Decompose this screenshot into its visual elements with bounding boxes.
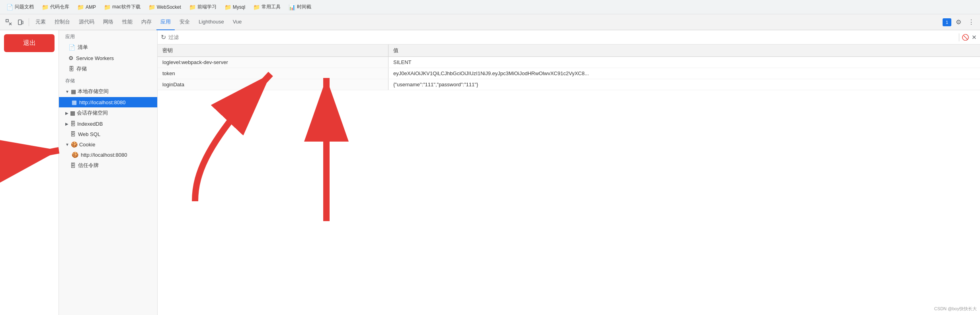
- filter-block-btn[interactable]: 🚫: [962, 34, 969, 41]
- bookmark-tools[interactable]: 📁 常用工具: [250, 2, 284, 12]
- sidebar-item-manifest[interactable]: 📄 清单: [59, 42, 157, 53]
- svg-rect-0: [6, 19, 8, 22]
- triangle-icon-local: ▼: [65, 89, 69, 94]
- devtools-toolbar: 元素 控制台 源代码 网络 性能 内存 应用 安全 Lighthouse Vue: [0, 14, 980, 30]
- folder-icon-2: 📁: [77, 4, 84, 10]
- bookmarks-bar: 📄 问题文档 📁 代码仓库 📁 AMP 📁 mac软件下载 📁 WebSocke…: [0, 0, 980, 14]
- tab-sources[interactable]: 源代码: [75, 14, 98, 30]
- doc-icon: 📄: [6, 4, 13, 10]
- filter-input[interactable]: [168, 34, 957, 40]
- devtools-panel: 元素 控制台 源代码 网络 性能 内存 应用 安全 Lighthouse Vue: [0, 14, 980, 315]
- folder-icon-5: 📁: [189, 4, 196, 10]
- sidebar-item-localhost-8080-local[interactable]: ▦ http://localhost:8080: [59, 97, 157, 107]
- folder-icon-3: 📁: [104, 4, 111, 10]
- triangle-icon-session: ▶: [65, 111, 68, 115]
- exit-panel: 退出: [0, 30, 59, 315]
- sidebar-item-trust-token[interactable]: 🗄 信任令牌: [59, 160, 157, 171]
- svg-rect-2: [22, 21, 23, 24]
- table-header: 密钥 值: [158, 45, 980, 57]
- refresh-button[interactable]: ↻: [161, 33, 166, 41]
- column-header-value: 值: [388, 45, 980, 56]
- sidebar-group-localstorage[interactable]: ▼ ▦ 本地存储空间: [59, 86, 157, 97]
- tab-network[interactable]: 网络: [99, 14, 117, 30]
- filter-bar: ↻ 🚫 ✕: [158, 30, 980, 45]
- bookmark-mac[interactable]: 📁 mac软件下载: [101, 2, 144, 12]
- inspect-element-btn[interactable]: [3, 17, 14, 28]
- bookmark-mysql[interactable]: 📁 Mysql: [221, 3, 248, 12]
- folder-icon-4: 📁: [148, 4, 155, 10]
- filter-separator: [959, 33, 959, 41]
- manifest-icon: 📄: [68, 44, 75, 51]
- tab-lighthouse[interactable]: Lighthouse: [195, 14, 228, 30]
- sidebar-section-app: 应用: [59, 30, 157, 42]
- sidebar: 应用 📄 清单 ⚙ Service Workers 🗄 存储 存储 ▼ ▦ 本地…: [59, 30, 158, 315]
- sidebar-group-cookie[interactable]: ▼ 🍪 Cookie: [59, 139, 157, 150]
- sidebar-item-localhost-8080-cookie[interactable]: 🍪 http://localhost:8080: [59, 150, 157, 160]
- triangle-icon-indexeddb: ▶: [65, 122, 68, 126]
- filter-clear-btn[interactable]: ✕: [972, 34, 977, 41]
- service-workers-icon: ⚙: [68, 55, 74, 61]
- svg-rect-1: [18, 20, 21, 25]
- row-value-0: SILENT: [388, 57, 980, 68]
- folder-icon-7: 📁: [253, 4, 260, 10]
- localstorage-grid-icon: ▦: [71, 88, 76, 95]
- row-value-2: {"username":"111","password":"111"}: [388, 79, 980, 90]
- row-key-1: token: [158, 68, 388, 79]
- main-content-panel: ↻ 🚫 ✕ 密钥 值 loglevel:webpack-dev-server S…: [158, 30, 980, 315]
- more-btn[interactable]: ⋮: [966, 17, 977, 28]
- issues-badge[interactable]: 1: [943, 18, 951, 26]
- table-icon: 📊: [289, 4, 295, 10]
- exit-button[interactable]: 退出: [4, 34, 55, 52]
- tab-elements[interactable]: 元素: [31, 14, 50, 30]
- sidebar-group-indexeddb[interactable]: ▶ 🗄 IndexedDB: [59, 119, 157, 129]
- toolbar-right: 1 ⚙ ⋮: [943, 17, 977, 28]
- sidebar-item-service-workers[interactable]: ⚙ Service Workers: [59, 53, 157, 63]
- cookie-child-icon: 🍪: [72, 152, 78, 158]
- local-grid-icon: ▦: [72, 99, 77, 105]
- row-value-1: eyJ0eXAiOiJKV1QiLCJhbGciOiJIUzI1NiJ9.eyJ…: [388, 68, 980, 79]
- tab-security[interactable]: 安全: [176, 14, 194, 30]
- bookmark-amp[interactable]: 📁 AMP: [74, 3, 99, 12]
- bookmark-wendang[interactable]: 📄 问题文档: [3, 2, 37, 12]
- trust-token-icon: 🗄: [70, 162, 76, 169]
- folder-icon-6: 📁: [225, 4, 231, 10]
- device-toolbar-btn[interactable]: [15, 17, 26, 28]
- sidebar-item-storage[interactable]: 🗄 存储: [59, 63, 157, 74]
- devtools-main: 退出 应用 📄 清单 ⚙ Service Workers 🗄 存储 存储 ▼ ▦…: [0, 30, 980, 315]
- settings-btn[interactable]: ⚙: [953, 17, 964, 28]
- watermark: CSDN @boy快快长⼤: [934, 306, 977, 312]
- sidebar-item-websql[interactable]: 🗄 Web SQL: [59, 129, 157, 139]
- table-row[interactable]: loginData {"username":"111","password":"…: [158, 79, 980, 90]
- bookmark-frontend[interactable]: 📁 前端学习: [186, 2, 220, 12]
- tab-memory[interactable]: 内存: [137, 14, 156, 30]
- tab-performance[interactable]: 性能: [118, 14, 137, 30]
- table-row[interactable]: token eyJ0eXAiOiJKV1QiLCJhbGciOiJIUzI1Ni…: [158, 68, 980, 79]
- data-table: 密钥 值 loglevel:webpack-dev-server SILENT …: [158, 45, 980, 315]
- table-row[interactable]: loglevel:webpack-dev-server SILENT: [158, 57, 980, 68]
- bookmark-coderepo[interactable]: 📁 代码仓库: [39, 2, 72, 12]
- sidebar-section-storage: 存储: [59, 74, 157, 86]
- triangle-icon-cookie: ▼: [65, 142, 69, 147]
- bookmark-timestamp[interactable]: 📊 时间截: [285, 2, 314, 12]
- websql-icon: 🗄: [70, 131, 76, 137]
- tab-vue[interactable]: Vue: [229, 14, 246, 30]
- row-key-0: loglevel:webpack-dev-server: [158, 57, 388, 68]
- toolbar-sep-1: [29, 18, 29, 26]
- row-key-2: loginData: [158, 79, 388, 90]
- tab-console[interactable]: 控制台: [51, 14, 74, 30]
- sessionstorage-grid-icon: ▦: [70, 110, 75, 116]
- tab-application[interactable]: 应用: [156, 14, 175, 30]
- sidebar-group-sessionstorage[interactable]: ▶ ▦ 会话存储空间: [59, 107, 157, 119]
- indexeddb-icon: 🗄: [70, 121, 76, 127]
- storage-icon: 🗄: [68, 66, 74, 72]
- column-header-key: 密钥: [158, 45, 388, 56]
- folder-icon-1: 📁: [42, 4, 49, 10]
- bookmark-websocket[interactable]: 📁 WebSocket: [145, 3, 184, 12]
- cookie-icon: 🍪: [71, 141, 78, 148]
